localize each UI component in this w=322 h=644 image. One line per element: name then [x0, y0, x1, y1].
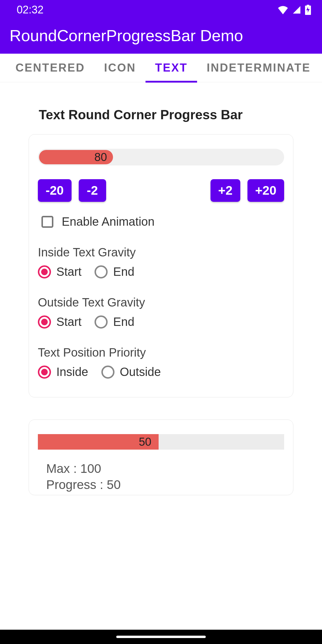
nav-bar: [0, 630, 322, 644]
inside-gravity-end-label: End: [113, 265, 134, 278]
tab-icon[interactable]: Icon: [95, 54, 145, 82]
progress-bar-1: 80: [38, 149, 284, 165]
increment-buttons-row: -20 -2 +2 +20: [38, 179, 284, 202]
enable-animation-checkbox[interactable]: [41, 216, 53, 228]
max-value-text: Max : 100: [46, 462, 284, 476]
progress-bar-2: 50: [38, 434, 284, 450]
wifi-icon: [277, 5, 289, 14]
app-title: RoundCornerProgressBar Demo: [10, 27, 243, 44]
inside-gravity-end-radio[interactable]: [95, 265, 108, 278]
inside-gravity-label: Inside Text Gravity: [38, 246, 284, 259]
progress-bar-1-text: 80: [95, 151, 107, 164]
tab-indeterminate[interactable]: Indeterminate: [197, 54, 320, 82]
priority-outside-radio[interactable]: [101, 366, 114, 379]
signal-icon: [292, 5, 302, 14]
dec-20-button[interactable]: -20: [38, 179, 72, 202]
outside-gravity-end-radio[interactable]: [95, 315, 108, 329]
tab-bar: Centered Icon Text Indeterminate: [0, 54, 322, 82]
outside-gravity-start-radio[interactable]: [38, 315, 51, 329]
inside-gravity-start-radio[interactable]: [38, 265, 51, 278]
inside-gravity-start-label: Start: [56, 265, 81, 278]
enable-animation-row[interactable]: Enable Animation: [38, 215, 284, 228]
spacer: [113, 179, 203, 202]
inc-20-button[interactable]: +20: [247, 179, 284, 202]
status-time: 02:32: [17, 4, 44, 16]
status-icons: [277, 5, 311, 15]
tab-centered[interactable]: Centered: [6, 54, 95, 82]
progress-bar-1-fill: 80: [39, 150, 113, 164]
battery-icon: [305, 5, 311, 15]
inside-gravity-group: Start End: [38, 265, 284, 278]
inc-2-button[interactable]: +2: [210, 179, 240, 202]
enable-animation-label: Enable Animation: [62, 215, 154, 228]
progress-bar-2-fill: 50: [38, 434, 159, 450]
priority-inside-radio[interactable]: [38, 366, 51, 379]
progress-bar-2-text: 50: [139, 436, 151, 448]
app-bar: RoundCornerProgressBar Demo: [0, 20, 322, 54]
outside-gravity-group: Start End: [38, 315, 284, 329]
tab-text[interactable]: Text: [145, 54, 197, 82]
outside-gravity-start-label: Start: [56, 315, 81, 329]
outside-gravity-label: Outside Text Gravity: [38, 296, 284, 309]
nav-handle-icon[interactable]: [116, 636, 206, 638]
section-title: Text Round Corner Progress Bar: [39, 107, 312, 122]
card-progress-controls: 80 -20 -2 +2 +20 Enable Animation Inside…: [29, 134, 293, 397]
outside-gravity-end-label: End: [113, 315, 134, 329]
priority-label: Text Position Priority: [38, 346, 284, 359]
priority-outside-label: Outside: [120, 365, 161, 379]
content-area: Text Round Corner Progress Bar 80 -20 -2…: [0, 82, 322, 644]
progress-value-text: Progress : 50: [46, 478, 284, 492]
dec-2-button[interactable]: -2: [79, 179, 106, 202]
priority-inside-label: Inside: [56, 365, 88, 379]
status-bar: 02:32: [0, 0, 322, 20]
priority-group: Inside Outside: [38, 365, 284, 379]
card-progress-stats: 50 Max : 100 Progress : 50: [29, 419, 293, 495]
